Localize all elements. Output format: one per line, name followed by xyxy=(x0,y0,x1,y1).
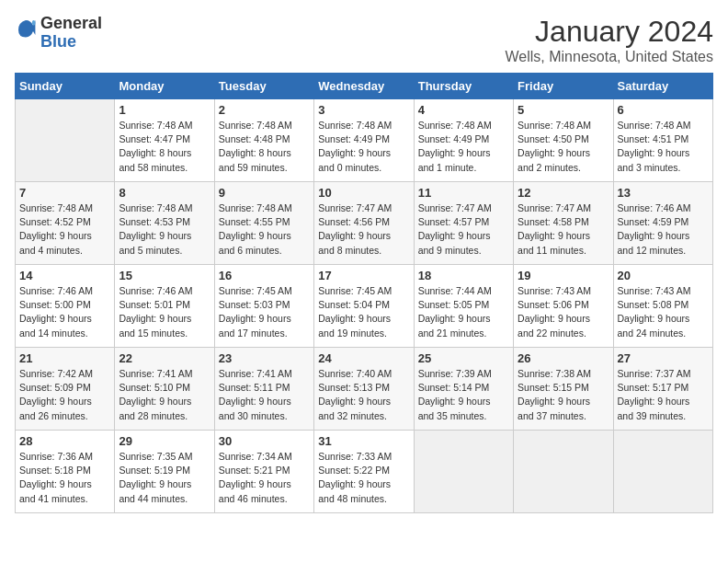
day-number: 24 xyxy=(318,351,409,365)
day-number: 15 xyxy=(119,269,210,282)
col-wednesday: Wednesday xyxy=(314,74,414,99)
table-row: 15Sunrise: 7:46 AMSunset: 5:01 PMDayligh… xyxy=(115,265,214,348)
table-row: 21Sunrise: 7:42 AMSunset: 5:09 PMDayligh… xyxy=(16,348,115,431)
day-number: 7 xyxy=(19,186,110,200)
day-number: 21 xyxy=(19,351,110,365)
day-info: Sunrise: 7:48 AMSunset: 4:49 PMDaylight:… xyxy=(318,119,409,175)
col-saturday: Saturday xyxy=(613,74,712,99)
day-number: 30 xyxy=(219,434,310,448)
logo: General Blue xyxy=(15,15,102,52)
day-number: 1 xyxy=(119,103,210,117)
table-row: 25Sunrise: 7:39 AMSunset: 5:14 PMDayligh… xyxy=(414,348,513,431)
day-info: Sunrise: 7:46 AMSunset: 5:00 PMDaylight:… xyxy=(19,284,110,340)
table-row: 23Sunrise: 7:41 AMSunset: 5:11 PMDayligh… xyxy=(214,348,313,431)
table-row: 20Sunrise: 7:43 AMSunset: 5:08 PMDayligh… xyxy=(613,265,712,348)
day-info: Sunrise: 7:48 AMSunset: 4:47 PMDaylight:… xyxy=(119,119,210,175)
day-info: Sunrise: 7:43 AMSunset: 5:06 PMDaylight:… xyxy=(518,284,609,340)
table-row: 10Sunrise: 7:47 AMSunset: 4:56 PMDayligh… xyxy=(314,182,414,265)
table-row: 17Sunrise: 7:45 AMSunset: 5:04 PMDayligh… xyxy=(314,265,414,348)
table-row: 16Sunrise: 7:45 AMSunset: 5:03 PMDayligh… xyxy=(214,265,313,348)
table-row: 2Sunrise: 7:48 AMSunset: 4:48 PMDaylight… xyxy=(214,99,313,182)
day-info: Sunrise: 7:46 AMSunset: 5:01 PMDaylight:… xyxy=(119,284,210,340)
table-row xyxy=(16,99,115,182)
day-info: Sunrise: 7:35 AMSunset: 5:19 PMDaylight:… xyxy=(119,450,210,506)
day-info: Sunrise: 7:42 AMSunset: 5:09 PMDaylight:… xyxy=(19,367,110,423)
day-number: 3 xyxy=(318,103,409,117)
table-row: 28Sunrise: 7:36 AMSunset: 5:18 PMDayligh… xyxy=(16,431,115,513)
page-header: General Blue January 2024 Wells, Minneso… xyxy=(15,15,713,65)
day-info: Sunrise: 7:39 AMSunset: 5:14 PMDaylight:… xyxy=(418,367,509,423)
logo-text: General Blue xyxy=(40,15,102,52)
day-info: Sunrise: 7:48 AMSunset: 4:53 PMDaylight:… xyxy=(119,201,210,258)
calendar-week-4: 21Sunrise: 7:42 AMSunset: 5:09 PMDayligh… xyxy=(16,348,713,431)
calendar-title: January 2024 xyxy=(506,15,713,49)
day-info: Sunrise: 7:47 AMSunset: 4:56 PMDaylight:… xyxy=(318,201,409,258)
day-info: Sunrise: 7:47 AMSunset: 4:57 PMDaylight:… xyxy=(418,201,509,258)
day-number: 18 xyxy=(418,269,509,282)
calendar-week-2: 7Sunrise: 7:48 AMSunset: 4:52 PMDaylight… xyxy=(16,182,713,265)
day-number: 8 xyxy=(119,186,210,200)
day-info: Sunrise: 7:38 AMSunset: 5:15 PMDaylight:… xyxy=(518,367,609,423)
day-number: 9 xyxy=(219,186,310,200)
day-number: 17 xyxy=(318,269,409,282)
day-info: Sunrise: 7:44 AMSunset: 5:05 PMDaylight:… xyxy=(418,284,509,340)
day-info: Sunrise: 7:34 AMSunset: 5:21 PMDaylight:… xyxy=(219,450,310,506)
day-info: Sunrise: 7:45 AMSunset: 5:03 PMDaylight:… xyxy=(219,284,310,340)
title-block: January 2024 Wells, Minnesota, United St… xyxy=(506,15,713,65)
day-info: Sunrise: 7:40 AMSunset: 5:13 PMDaylight:… xyxy=(318,367,409,423)
day-number: 13 xyxy=(618,186,709,200)
calendar-week-3: 14Sunrise: 7:46 AMSunset: 5:00 PMDayligh… xyxy=(16,265,713,348)
logo-blue: Blue xyxy=(40,33,102,52)
col-friday: Friday xyxy=(514,74,613,99)
table-row: 12Sunrise: 7:47 AMSunset: 4:58 PMDayligh… xyxy=(514,182,613,265)
table-row xyxy=(613,431,712,513)
day-info: Sunrise: 7:37 AMSunset: 5:17 PMDaylight:… xyxy=(618,367,709,423)
table-row: 22Sunrise: 7:41 AMSunset: 5:10 PMDayligh… xyxy=(115,348,214,431)
day-info: Sunrise: 7:43 AMSunset: 5:08 PMDaylight:… xyxy=(618,284,709,340)
day-info: Sunrise: 7:48 AMSunset: 4:55 PMDaylight:… xyxy=(219,201,310,258)
table-row: 30Sunrise: 7:34 AMSunset: 5:21 PMDayligh… xyxy=(214,431,313,513)
day-info: Sunrise: 7:46 AMSunset: 4:59 PMDaylight:… xyxy=(618,201,709,258)
day-number: 12 xyxy=(518,186,609,200)
table-row: 29Sunrise: 7:35 AMSunset: 5:19 PMDayligh… xyxy=(115,431,214,513)
calendar-table: Sunday Monday Tuesday Wednesday Thursday… xyxy=(15,73,713,513)
table-row: 24Sunrise: 7:40 AMSunset: 5:13 PMDayligh… xyxy=(314,348,414,431)
logo-icon xyxy=(15,17,37,39)
header-row: Sunday Monday Tuesday Wednesday Thursday… xyxy=(16,74,713,99)
table-row: 7Sunrise: 7:48 AMSunset: 4:52 PMDaylight… xyxy=(16,182,115,265)
logo-general: General xyxy=(40,15,102,33)
day-number: 29 xyxy=(119,434,210,448)
table-row: 13Sunrise: 7:46 AMSunset: 4:59 PMDayligh… xyxy=(613,182,712,265)
day-info: Sunrise: 7:48 AMSunset: 4:50 PMDaylight:… xyxy=(518,119,609,175)
day-number: 31 xyxy=(318,434,409,448)
table-row: 6Sunrise: 7:48 AMSunset: 4:51 PMDaylight… xyxy=(613,99,712,182)
table-row: 9Sunrise: 7:48 AMSunset: 4:55 PMDaylight… xyxy=(214,182,313,265)
col-sunday: Sunday xyxy=(16,74,115,99)
day-info: Sunrise: 7:41 AMSunset: 5:10 PMDaylight:… xyxy=(119,367,210,423)
table-row: 27Sunrise: 7:37 AMSunset: 5:17 PMDayligh… xyxy=(613,348,712,431)
day-info: Sunrise: 7:48 AMSunset: 4:51 PMDaylight:… xyxy=(618,119,709,175)
table-row xyxy=(514,431,613,513)
calendar-week-1: 1Sunrise: 7:48 AMSunset: 4:47 PMDaylight… xyxy=(16,99,713,182)
day-info: Sunrise: 7:36 AMSunset: 5:18 PMDaylight:… xyxy=(19,450,110,506)
calendar-week-5: 28Sunrise: 7:36 AMSunset: 5:18 PMDayligh… xyxy=(16,431,713,513)
table-row: 1Sunrise: 7:48 AMSunset: 4:47 PMDaylight… xyxy=(115,99,214,182)
day-number: 4 xyxy=(418,103,509,117)
day-number: 20 xyxy=(618,269,709,282)
day-info: Sunrise: 7:41 AMSunset: 5:11 PMDaylight:… xyxy=(219,367,310,423)
table-row: 31Sunrise: 7:33 AMSunset: 5:22 PMDayligh… xyxy=(314,431,414,513)
table-row: 4Sunrise: 7:48 AMSunset: 4:49 PMDaylight… xyxy=(414,99,513,182)
day-number: 14 xyxy=(19,269,110,282)
table-row: 11Sunrise: 7:47 AMSunset: 4:57 PMDayligh… xyxy=(414,182,513,265)
col-thursday: Thursday xyxy=(414,74,513,99)
day-info: Sunrise: 7:48 AMSunset: 4:48 PMDaylight:… xyxy=(219,119,310,175)
day-number: 19 xyxy=(518,269,609,282)
day-info: Sunrise: 7:48 AMSunset: 4:49 PMDaylight:… xyxy=(418,119,509,175)
table-row: 3Sunrise: 7:48 AMSunset: 4:49 PMDaylight… xyxy=(314,99,414,182)
table-row: 26Sunrise: 7:38 AMSunset: 5:15 PMDayligh… xyxy=(514,348,613,431)
day-info: Sunrise: 7:47 AMSunset: 4:58 PMDaylight:… xyxy=(518,201,609,258)
day-number: 25 xyxy=(418,351,509,365)
table-row xyxy=(414,431,513,513)
day-info: Sunrise: 7:45 AMSunset: 5:04 PMDaylight:… xyxy=(318,284,409,340)
day-info: Sunrise: 7:48 AMSunset: 4:52 PMDaylight:… xyxy=(19,201,110,258)
